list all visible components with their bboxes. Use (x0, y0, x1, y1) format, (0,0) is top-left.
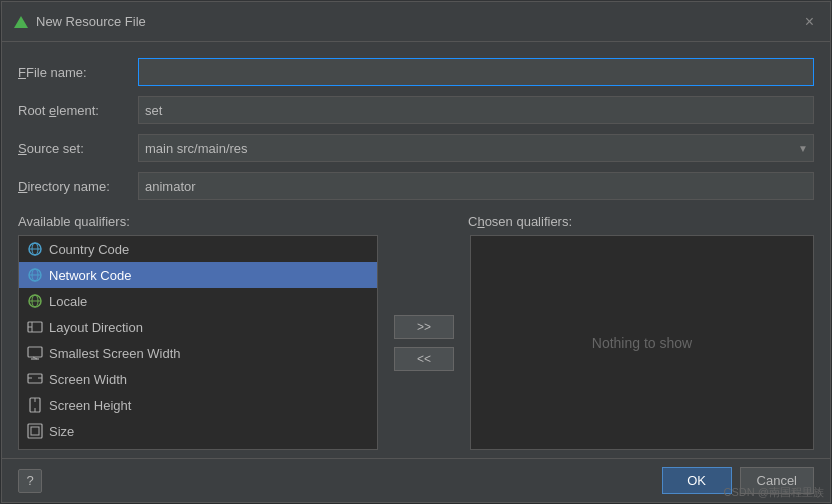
layout-icon (27, 319, 43, 335)
dialog-footer: ? OK Cancel (2, 458, 830, 502)
available-qualifiers-list[interactable]: Country Code Network Code (18, 235, 378, 450)
transfer-buttons: >> << (378, 235, 470, 450)
file-name-input[interactable] (138, 58, 814, 86)
android-icon (14, 16, 28, 28)
qualifier-item-locale[interactable]: Locale (19, 288, 377, 314)
directory-name-row: Directory name: (18, 172, 814, 200)
qualifiers-section: Available qualifiers: Chosen qualifiers: (18, 214, 814, 450)
svg-rect-21 (28, 424, 42, 438)
qualifier-label-size: Size (49, 424, 74, 439)
add-qualifier-button[interactable]: >> (394, 315, 454, 339)
qualifier-label-locale: Locale (49, 294, 87, 309)
qualifier-item-screen-height[interactable]: Screen Height (19, 392, 377, 418)
qualifier-item-smallest-screen-width[interactable]: Smallest Screen Width (19, 340, 377, 366)
qualifier-item-network-code[interactable]: Network Code (19, 262, 377, 288)
chosen-qualifiers-panel: Nothing to show (470, 235, 814, 450)
globe-icon (27, 267, 43, 283)
chosen-qualifiers-label: Chosen qualifiers: (468, 214, 572, 229)
qualifier-item-layout-direction[interactable]: Layout Direction (19, 314, 377, 340)
qualifier-label-network-code: Network Code (49, 268, 131, 283)
source-set-label: Source set: (18, 141, 138, 156)
qualifier-label-country-code: Country Code (49, 242, 129, 257)
svg-rect-12 (28, 347, 42, 357)
source-set-select[interactable]: main src/main/res (138, 134, 814, 162)
new-resource-file-dialog: New Resource File × FFile name: Root ele… (1, 1, 831, 503)
directory-name-label: Directory name: (18, 179, 138, 194)
root-element-input[interactable] (138, 96, 814, 124)
title-bar: New Resource File × (2, 2, 830, 42)
remove-qualifier-button[interactable]: << (394, 347, 454, 371)
source-set-row: Source set: main src/main/res ▼ (18, 134, 814, 162)
screen-width-icon (27, 371, 43, 387)
source-set-wrapper: main src/main/res ▼ (138, 134, 814, 162)
directory-name-input[interactable] (138, 172, 814, 200)
qualifier-item-screen-width[interactable]: Screen Width (19, 366, 377, 392)
qualifier-label-screen-height: Screen Height (49, 398, 131, 413)
nothing-to-show-text: Nothing to show (592, 335, 692, 351)
qualifier-item-size[interactable]: Size (19, 418, 377, 444)
qualifier-label-screen-width: Screen Width (49, 372, 127, 387)
watermark: CSDN @南国程里族 (724, 485, 824, 500)
qualifier-label-smallest-screen-width: Smallest Screen Width (49, 346, 181, 361)
help-button[interactable]: ? (18, 469, 42, 493)
title-bar-left: New Resource File (14, 14, 146, 29)
size-icon (27, 423, 43, 439)
qualifier-label-layout-direction: Layout Direction (49, 320, 143, 335)
screen-height-icon (27, 397, 43, 413)
file-name-label: FFile name: (18, 65, 138, 80)
svg-rect-22 (31, 427, 39, 435)
qualifiers-body: Country Code Network Code (18, 235, 814, 450)
qualifiers-header: Available qualifiers: Chosen qualifiers: (18, 214, 814, 229)
dialog-title: New Resource File (36, 14, 146, 29)
dialog-content: FFile name: Root element: Source set: ma… (2, 42, 830, 458)
root-element-row: Root element: (18, 96, 814, 124)
close-button[interactable]: × (801, 12, 818, 32)
globe-icon-locale (27, 293, 43, 309)
qualifier-item-country-code[interactable]: Country Code (19, 236, 377, 262)
screen-icon (27, 345, 43, 361)
root-element-label: Root element: (18, 103, 138, 118)
ok-button[interactable]: OK (662, 467, 732, 494)
available-qualifiers-label: Available qualifiers: (18, 214, 388, 229)
globe-icon (27, 241, 43, 257)
file-name-row: FFile name: (18, 58, 814, 86)
